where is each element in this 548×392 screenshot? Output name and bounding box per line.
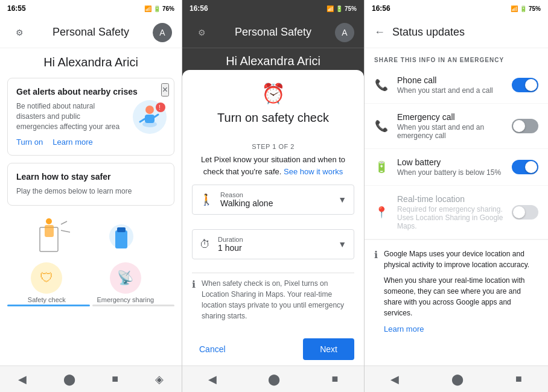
setting-row-emergency-call: 📞 Emergency call When you start and end …	[365, 104, 548, 149]
back-nav-3[interactable]: ◀	[381, 370, 409, 388]
svg-rect-12	[45, 225, 54, 237]
cancel-button[interactable]: Cancel	[192, 340, 233, 359]
setting-row-low-battery: 🔋 Low battery When your battery is below…	[365, 149, 548, 186]
close-button[interactable]: ×	[161, 83, 169, 96]
svg-point-6	[156, 103, 165, 112]
safety-check-icon-item[interactable]: 🛡 Safety check	[28, 262, 66, 303]
battery-icon: 🔋	[153, 5, 161, 12]
home-nav-3[interactable]: ⬤	[442, 370, 473, 388]
app-title-2: Personal Safety	[235, 26, 311, 39]
s3-header: ← Status updates	[365, 17, 548, 48]
home-nav-2[interactable]: ⬤	[258, 370, 290, 388]
back-nav-2[interactable]: ◀	[199, 370, 226, 388]
svg-text:!: !	[159, 104, 161, 111]
phone-call-toggle[interactable]	[512, 78, 538, 92]
battery-level-1: 76%	[162, 5, 174, 12]
home-nav-1[interactable]: ⬤	[54, 370, 85, 388]
gear-icon-1[interactable]: ⚙	[10, 23, 29, 42]
recents-nav-2[interactable]: ■	[322, 370, 348, 388]
battery-icon-2: 🔋	[336, 5, 343, 12]
low-battery-icon: 🔋	[374, 160, 389, 174]
app-header-2: ⚙ Personal Safety A	[182, 17, 364, 48]
modal-icon: ⏰	[192, 82, 354, 105]
screen-1: 16:55 📶 🔋 76% ⚙ Personal Safety A Hi Ale…	[0, 0, 182, 392]
status-icons-1: 📶 🔋 76%	[144, 5, 174, 12]
back-nav-1[interactable]: ◀	[8, 370, 36, 388]
next-button[interactable]: Next	[303, 338, 354, 360]
turn-on-link[interactable]: Turn on	[16, 138, 43, 147]
illustration-area	[0, 209, 182, 258]
status-bar-1: 16:55 📶 🔋 76%	[0, 0, 182, 17]
see-how-link[interactable]: See how it works	[284, 167, 343, 176]
status-bar-2: 16:56 📶 🔋 75%	[182, 0, 364, 17]
alert-card-title: Get alerts about nearby crises	[16, 87, 165, 96]
reason-content: Reason Walking alone	[220, 191, 273, 208]
assist-nav-1[interactable]: ◈	[145, 370, 173, 388]
info-body: When safety check is on, Pixel turns on …	[202, 278, 354, 321]
reason-dropdown[interactable]: 🚶 Reason Walking alone ▼	[192, 185, 354, 215]
modal-title: Turn on safety check	[192, 111, 354, 125]
reason-icon: 🚶	[200, 193, 213, 206]
phone-call-text: Phone call When you start and end a call	[397, 75, 503, 95]
profile-icon-2[interactable]: A	[335, 23, 354, 42]
learn-card-body: Play the demos below to learn more	[16, 186, 165, 197]
alert-illustration: !	[132, 99, 168, 135]
modal-info: ℹ When safety check is on, Pixel turns o…	[192, 273, 354, 326]
info-section: ℹ Google Maps uses your device location …	[365, 239, 548, 337]
screen-2: 16:56 📶 🔋 75% ⚙ Personal Safety A Hi Ale…	[182, 0, 365, 392]
duration-arrow-icon: ▼	[338, 239, 346, 249]
progress-strip-1	[7, 305, 174, 306]
reason-dropdown-left: 🚶 Reason Walking alone	[200, 191, 273, 208]
emergency-call-desc: When you start and end an emergency call	[397, 123, 503, 140]
status-time-2: 16:56	[190, 4, 208, 13]
illustration-svg-2	[97, 215, 145, 258]
reason-label: Reason	[220, 191, 273, 198]
learn-more-link-3[interactable]: Learn more	[384, 324, 424, 334]
info-para-1: Google Maps uses your device location an…	[384, 248, 538, 270]
nav-bar-2: ◀ ⬤ ■	[182, 365, 364, 392]
status-icons-2: 📶 🔋 75%	[327, 5, 357, 12]
back-button-3[interactable]: ←	[374, 26, 385, 39]
svg-rect-3	[145, 115, 155, 123]
emergency-call-text: Emergency call When you start and end an…	[397, 112, 503, 140]
modal-header: ⏰ Turn on safety check	[182, 70, 364, 130]
signal-icon-2: 📶	[327, 5, 334, 12]
screen-3: 16:56 📶 🔋 75% ← Status updates SHARE THI…	[365, 0, 548, 392]
section-label: SHARE THIS INFO IN AN EMERGENCY	[365, 48, 548, 67]
realtime-location-toggle-knob	[513, 206, 525, 218]
emergency-call-icon: 📞	[374, 119, 389, 133]
emergency-call-toggle[interactable]	[512, 119, 538, 133]
realtime-location-title: Real-time location	[397, 194, 503, 204]
realtime-location-desc: Required for emergency sharing. Uses Loc…	[397, 205, 503, 230]
learn-card: Learn how to stay safer Play the demos b…	[7, 163, 174, 206]
recents-nav-1[interactable]: ■	[102, 370, 128, 388]
battery-level-3: 75%	[529, 5, 541, 12]
modal-step: STEP 1 OF 2	[182, 143, 364, 150]
low-battery-toggle-knob	[525, 161, 537, 173]
realtime-location-toggle	[512, 205, 538, 220]
modal-footer: Cancel Next	[182, 332, 364, 367]
recents-nav-3[interactable]: ■	[506, 370, 532, 388]
duration-icon: ⏱	[200, 238, 211, 251]
realtime-location-icon: 📍	[374, 206, 389, 219]
info-icon: ℹ	[192, 279, 196, 290]
svg-rect-15	[117, 227, 126, 232]
duration-dropdown[interactable]: ⏱ Duration 1 hour ▼	[192, 229, 354, 259]
duration-dropdown-left: ⏱ Duration 1 hour	[200, 236, 243, 253]
realtime-location-text: Real-time location Required for emergenc…	[397, 194, 503, 230]
gear-icon-2[interactable]: ⚙	[192, 23, 211, 42]
emergency-sharing-label: Emergency sharing	[97, 296, 154, 303]
low-battery-toggle[interactable]	[512, 160, 538, 174]
emergency-sharing-icon: 📡	[117, 270, 133, 286]
emergency-sharing-icon-item[interactable]: 📡 Emergency sharing	[97, 262, 154, 303]
svg-point-11	[46, 218, 52, 224]
learn-more-link-1[interactable]: Learn more	[53, 138, 92, 147]
status-bar-3: 16:56 📶 🔋 75%	[365, 0, 548, 17]
s3-title: Status updates	[392, 26, 465, 39]
low-battery-text: Low battery When your battery is below 1…	[397, 157, 503, 177]
setting-row-phone-call: 📞 Phone call When you start and end a ca…	[365, 67, 548, 104]
info-para-2: When you share your real-time location w…	[384, 275, 538, 318]
profile-icon-1[interactable]: A	[153, 23, 172, 42]
nav-bar-1: ◀ ⬤ ■ ◈	[0, 365, 182, 392]
emergency-call-toggle-knob	[513, 120, 525, 132]
